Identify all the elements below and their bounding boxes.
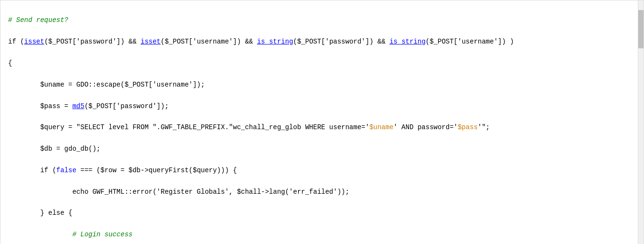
scrollbar[interactable] [638, 0, 644, 244]
scrollbar-thumb[interactable] [638, 10, 644, 48]
line-8: if (false === ($row = $db->queryFirst($q… [8, 165, 636, 176]
line-5: $pass = md5($_POST['password']); [8, 101, 636, 111]
line-1: # Send request? [8, 15, 636, 25]
line-11: # Login success [8, 229, 636, 240]
line-4: $uname = GDO::escape($_POST['username'])… [8, 79, 636, 90]
line-10: } else { [8, 208, 636, 218]
line-3: { [8, 58, 636, 68]
code-content: # Send request? if (isset($_POST['passwo… [0, 4, 644, 244]
line-6: $query = "SELECT level FROM ".GWF_TABLE_… [8, 122, 636, 133]
line-2: if (isset($_POST['password']) && isset($… [8, 36, 636, 47]
code-viewer: # Send request? if (isset($_POST['passwo… [0, 0, 644, 244]
line-9: echo GWF_HTML::error('Register Globals',… [8, 187, 636, 197]
line-7: $db = gdo_db(); [8, 144, 636, 154]
